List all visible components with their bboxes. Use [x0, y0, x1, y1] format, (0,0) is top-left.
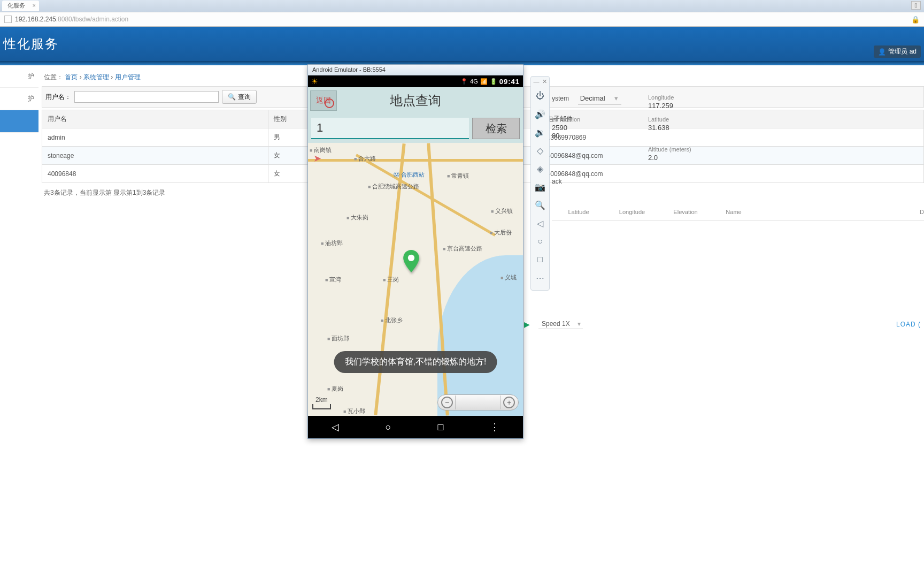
overview-icon[interactable]: □ [531, 250, 549, 269]
back-icon[interactable]: ◁ [531, 214, 549, 232]
page-icon [4, 16, 12, 23]
close-button[interactable]: ✕ [542, 78, 547, 85]
col-d: D [920, 209, 924, 215]
tracks-label: ack [552, 178, 924, 185]
nav-menu-icon[interactable]: ⋮ [490, 421, 499, 433]
toast-message: 我们学校的体育馆,不错的锻炼的地方! [334, 351, 497, 373]
rotate-right-icon[interactable]: ◈ [531, 159, 549, 178]
back-button[interactable]: 返回 [310, 90, 337, 111]
username-input[interactable] [74, 91, 219, 103]
more-icon[interactable]: ⋯ [531, 269, 549, 287]
camera-icon[interactable]: 📷 [531, 178, 549, 196]
svg-point-0 [408, 255, 414, 261]
address-bar[interactable]: 192.168.2.245:8080/lbsdw/admin.action 🔒 [0, 12, 924, 27]
rotate-left-icon[interactable]: ◇ [531, 141, 549, 159]
map-label: 南岗镇 [310, 146, 332, 154]
browser-tab[interactable]: 化服务 × [2, 1, 39, 11]
altitude-value[interactable]: 2.0 [648, 154, 691, 162]
fixed-location-label: ed location [552, 116, 648, 123]
map-label: 王岗 [383, 276, 399, 284]
breadcrumb-home[interactable]: 首页 [65, 73, 78, 81]
search-row: 检索 [308, 114, 523, 143]
nav-item-active[interactable] [0, 110, 38, 133]
weather-icon: ☀ [311, 77, 318, 86]
emulator-title: Android Emulator - BB:5554 [308, 65, 523, 75]
speed-select[interactable]: Speed 1X [538, 319, 583, 329]
map-label: 常青镇 [447, 172, 469, 180]
map-label: 宣湾 [325, 276, 341, 284]
map-label: 义兴镇 [491, 207, 513, 215]
coord-system-label: ystem [552, 95, 569, 102]
map-label: 瓦小郢 [343, 407, 365, 415]
volume-up-icon[interactable]: 🔊 [531, 105, 549, 123]
search-input[interactable] [311, 118, 469, 139]
zoom-track[interactable] [455, 396, 501, 409]
emulator-screen: ☀ 📍 4G 📶 🔋 09:41 返回 地点查询 检索 [308, 75, 523, 438]
breadcrumb-sys[interactable]: 系统管理 [83, 73, 109, 81]
breadcrumb-page[interactable]: 用户管理 [115, 73, 141, 81]
map-pin-icon[interactable] [403, 250, 419, 272]
col-latitude: Latitude [552, 209, 605, 215]
table-cell: admin [42, 128, 268, 147]
map-label: 大朱岗 [346, 214, 368, 222]
query-button[interactable]: 🔍 查询 [222, 90, 257, 104]
play-icon[interactable]: ▶ [524, 320, 530, 329]
table-header: 用户名 [42, 110, 268, 128]
query-label: 查询 [238, 93, 251, 102]
left-nav: 护 护 [0, 65, 38, 133]
coord-system-select[interactable]: Decimal [578, 93, 621, 105]
lock-icon: 🔒 [911, 16, 920, 24]
minimize-button[interactable]: — [534, 78, 540, 85]
latitude-label: Latitude [648, 116, 669, 123]
battery-icon: 🔋 [490, 78, 497, 85]
col-longitude: Longitude [605, 209, 659, 215]
user-icon: 👤 [878, 48, 886, 56]
browser-tab-strip: 化服务 × ▯ [0, 0, 924, 12]
admin-badge[interactable]: 👤 管理员 ad [874, 45, 921, 58]
map-label: 夏岗 [327, 385, 343, 393]
col-name: Name [712, 209, 755, 215]
emulator-window: Android Emulator - BB:5554 ☀ 📍 4G 📶 🔋 09… [307, 64, 523, 439]
table-cell: 40096848 [42, 165, 268, 183]
user-icon[interactable]: ▯ [911, 1, 921, 10]
android-status-bar: ☀ 📍 4G 📶 🔋 09:41 [308, 75, 523, 87]
load-gpx-button[interactable]: LOAD ( [896, 321, 921, 328]
map-label: 北张乡 [381, 316, 403, 324]
zoom-out-button[interactable]: − [441, 397, 453, 408]
search-button[interactable]: 检索 [472, 118, 520, 139]
clock: 09:41 [499, 78, 520, 86]
map-label: 大后份 [490, 229, 512, 237]
tab-title: 化服务 [7, 2, 25, 9]
app-banner: 性化服务 👤 管理员 ad [0, 27, 924, 61]
longitude-value[interactable]: 117.259 [648, 102, 674, 110]
app-title: 性化服务 [3, 35, 59, 52]
nav-home-icon[interactable]: ○ [386, 422, 391, 433]
zoom-icon[interactable]: 🔍 [531, 196, 549, 214]
tracks-columns: Latitude Longitude Elevation Name D [552, 196, 924, 221]
location-panel: ystem Decimal Longitude 117.259 ed locat… [552, 94, 924, 221]
app-header: 返回 地点查询 [308, 87, 523, 114]
location-icon: 📍 [460, 78, 468, 85]
search-icon: 🔍 [228, 93, 236, 101]
compass-icon: ➤ [313, 153, 321, 164]
map-label: 面坊郢 [327, 334, 349, 343]
volume-down-icon[interactable]: 🔉 [531, 123, 549, 141]
map-label: 合六路 [354, 155, 376, 163]
nav-recent-icon[interactable]: □ [438, 422, 444, 433]
tab-close-icon[interactable]: × [33, 2, 36, 9]
map-scale: 2km [312, 404, 331, 409]
zoom-in-button[interactable]: + [503, 397, 515, 408]
home-icon[interactable]: ○ [531, 232, 549, 250]
power-icon[interactable]: ⏻ [531, 87, 549, 105]
map-label: 合肥绕城高速公路 [368, 182, 419, 191]
latitude-value[interactable]: 31.638 [648, 124, 669, 132]
emulator-toolbar: — ✕ ⏻ 🔊 🔉 ◇ ◈ 📷 🔍 ◁ ○ □ ⋯ [530, 76, 550, 291]
table-cell: stoneage [42, 147, 268, 165]
frag-lat: 80 [552, 132, 648, 140]
map-label: 油坊郢 [321, 239, 343, 247]
nav-item-0[interactable]: 护 [0, 65, 38, 88]
nav-item-1[interactable]: 护 [0, 88, 38, 110]
nav-back-icon[interactable]: ◁ [332, 421, 339, 433]
map-view[interactable]: ➤ Ⓜ 合肥西站 南岗镇合六路常青镇大朱岗油坊郢大后份义兴镇宣湾王岗义城北张乡面… [308, 143, 523, 416]
col-elevation: Elevation [659, 209, 712, 215]
